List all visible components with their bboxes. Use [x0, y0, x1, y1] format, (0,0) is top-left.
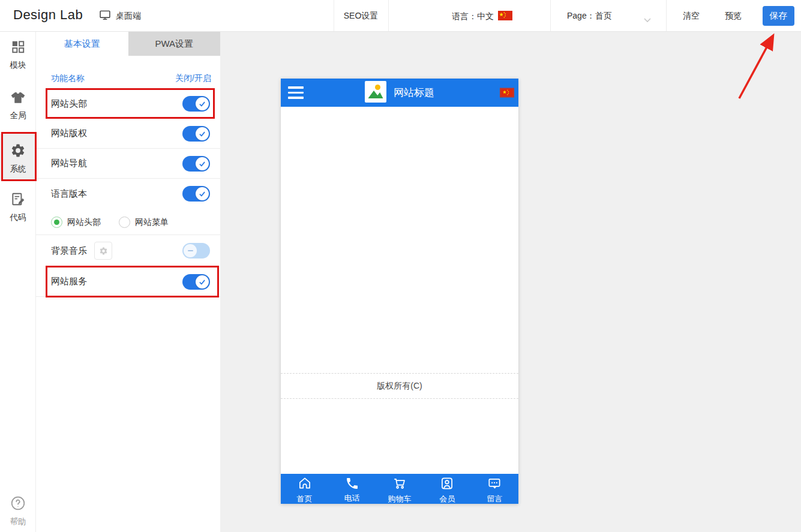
radio-site-header[interactable]: [51, 217, 62, 228]
nav-item-label: 购物车: [388, 495, 412, 503]
china-flag-icon: [498, 11, 512, 22]
nav-item-label: 电话: [344, 494, 360, 502]
seo-settings-button[interactable]: SEO设置: [334, 11, 388, 22]
tab-basic-settings[interactable]: 基本设置: [36, 32, 128, 56]
toggle-background-music[interactable]: [182, 243, 210, 259]
page-selector[interactable]: Page：首页: [567, 11, 612, 22]
column-header-state: 关闭/开启: [175, 73, 211, 84]
radio-site-menu[interactable]: [119, 217, 130, 228]
nav-item-member[interactable]: 会员: [424, 474, 471, 504]
setting-label: 网站导航: [51, 158, 87, 169]
divider: [550, 0, 551, 31]
left-sidebar: 模块 全局 系统 代码: [0, 32, 36, 532]
setting-row-site-service: 网站服务: [36, 267, 220, 297]
nav-item-label: 留言: [487, 495, 502, 503]
settings-panel: 基本设置 PWA设置 功能名称 关闭/开启 网站头部 网站版权 网站导航 语言版…: [36, 32, 220, 532]
sidebar-item-label: 代码: [0, 212, 36, 223]
setting-label: 网站版权: [51, 128, 87, 139]
device-mode-desktop[interactable]: 桌面端: [99, 9, 141, 23]
nav-item-home[interactable]: 首页: [281, 474, 328, 504]
sidebar-item-help[interactable]: 帮助: [0, 495, 36, 527]
cart-icon: [392, 476, 407, 494]
toggle-site-header[interactable]: [182, 96, 210, 112]
device-mode-label: 桌面端: [116, 11, 141, 22]
sidebar-item-label: 帮助: [0, 516, 36, 527]
radio-label: 网站菜单: [135, 217, 169, 228]
toggle-language-version[interactable]: [182, 186, 210, 202]
site-logo-image-icon: [365, 81, 386, 105]
column-headers: 功能名称 关闭/开启: [51, 73, 211, 84]
setting-label: 网站服务: [51, 276, 87, 287]
toggle-site-nav[interactable]: [182, 156, 210, 172]
code-icon: [10, 199, 26, 209]
setting-row-site-header: 网站头部: [36, 89, 220, 119]
setting-row-language-version: 语言版本: [36, 179, 220, 209]
home-icon: [297, 476, 313, 494]
sidebar-item-label: 模块: [0, 60, 36, 71]
sidebar-item-global[interactable]: 全局: [0, 89, 36, 121]
mobile-bottom-nav: 首页 电话 购物车: [281, 474, 518, 504]
app-logo: Design Lab: [13, 7, 83, 23]
music-settings-gear-button[interactable]: [94, 242, 112, 260]
divider: [388, 0, 389, 31]
divider: [666, 0, 667, 31]
language-position-options: 网站头部 网站菜单: [36, 210, 220, 235]
sidebar-item-label: 全局: [0, 110, 36, 121]
nav-item-cart[interactable]: 购物车: [376, 474, 423, 504]
radio-label: 网站头部: [67, 217, 101, 228]
member-icon: [439, 476, 455, 494]
nav-item-label: 首页: [297, 495, 313, 503]
language-selector[interactable]: 语言：中文: [452, 11, 512, 22]
toggle-site-copyright[interactable]: [182, 126, 210, 142]
setting-label: 网站头部: [51, 98, 87, 110]
sidebar-item-modules[interactable]: 模块: [0, 39, 36, 71]
toggle-site-service[interactable]: [182, 274, 210, 290]
question-icon: [10, 503, 26, 513]
mobile-preview: 网站标题 版权所有(C) 首页: [281, 79, 518, 504]
phone-icon: [345, 476, 359, 493]
clear-button[interactable]: 清空: [683, 11, 700, 22]
china-flag-icon[interactable]: [500, 88, 514, 100]
sidebar-item-code[interactable]: 代码: [0, 191, 36, 223]
message-icon: [487, 476, 502, 494]
nav-item-label: 会员: [439, 495, 455, 503]
top-toolbar: Design Lab 桌面端 SEO设置 语言：中文 Page：首页 清空 预览…: [0, 0, 801, 32]
language-label: 语言：中文: [452, 11, 494, 22]
save-button[interactable]: 保存: [763, 6, 794, 26]
nav-item-phone[interactable]: 电话: [328, 474, 376, 504]
gear-icon: [10, 150, 26, 160]
chevron-down-icon[interactable]: [643, 14, 652, 25]
mobile-header[interactable]: 网站标题: [281, 79, 518, 107]
setting-row-site-nav: 网站导航: [36, 149, 220, 179]
monitor-icon: [99, 9, 111, 23]
settings-tabs: 基本设置 PWA设置: [36, 32, 220, 56]
setting-label: 背景音乐: [51, 245, 87, 257]
preview-button[interactable]: 预览: [725, 11, 742, 22]
hamburger-menu-icon[interactable]: [288, 86, 304, 99]
site-title: 网站标题: [394, 86, 434, 100]
setting-row-site-copyright: 网站版权: [36, 119, 220, 149]
mobile-brand: 网站标题: [365, 81, 434, 105]
setting-row-background-music: 背景音乐: [36, 236, 220, 266]
tshirt-icon: [10, 97, 26, 107]
copyright-section[interactable]: 版权所有(C): [281, 373, 518, 399]
sidebar-item-system[interactable]: 系统: [0, 134, 36, 181]
nav-item-message[interactable]: 留言: [471, 474, 518, 504]
copyright-text: 版权所有(C): [377, 381, 422, 392]
column-header-name: 功能名称: [51, 73, 85, 84]
grid-icon: [10, 46, 26, 56]
setting-label: 语言版本: [51, 188, 87, 200]
tab-pwa-settings[interactable]: PWA设置: [128, 32, 221, 56]
sidebar-item-label: 系统: [0, 164, 36, 175]
